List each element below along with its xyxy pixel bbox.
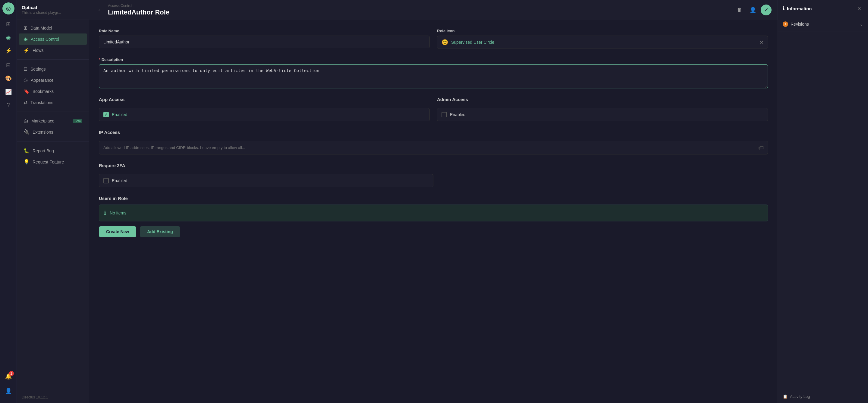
sidebar-item-request-feature-label: Request Feature: [33, 160, 64, 164]
revisions-badge: 1: [783, 22, 788, 27]
sidebar-item-access-control[interactable]: ◉ Access Control: [19, 33, 87, 45]
sidebar-item-marketplace-label: Marketplace: [31, 119, 54, 123]
admin-access-checkbox-label: Enabled: [450, 112, 465, 117]
row-access: App Access ✓ Enabled Admin Access Enable…: [99, 97, 768, 121]
notifications-icon[interactable]: 🔔 2: [2, 370, 14, 382]
ip-access-input[interactable]: [99, 141, 768, 154]
sidebar-icon-flows[interactable]: ⚡: [2, 45, 14, 57]
sidebar-item-report-bug-label: Report Bug: [33, 148, 54, 153]
users-empty-text: No items: [110, 210, 126, 215]
appearance-icon: ◎: [24, 77, 28, 83]
require-2fa-checkbox-label: Enabled: [112, 178, 127, 183]
form-area: Role Name Role Icon 😊 Supervised User Ci…: [89, 20, 778, 403]
data-model-icon: ⊞: [24, 25, 27, 31]
info-circle-icon: ℹ: [783, 6, 784, 11]
sidebar-icon-data-model[interactable]: ⊞: [2, 18, 14, 30]
role-icon-selector[interactable]: 😊 Supervised User Circle ✕: [437, 36, 768, 49]
description-input[interactable]: An author with limited permissions to on…: [99, 64, 768, 88]
activity-log-icon: 📋: [783, 394, 787, 399]
main-content: ← Access Control LimitedAuthor Role 🗑 👤 …: [89, 0, 778, 403]
close-icon: ✕: [857, 6, 861, 11]
row-ip-access: IP Access 🏷: [99, 130, 768, 154]
right-panel-title-text: Information: [787, 6, 812, 11]
admin-access-checkbox[interactable]: [441, 112, 447, 117]
icon-bar-top: ◎ ⊞ ◉ ⚡ ⊟ 🎨 📈 ?: [2, 2, 14, 370]
sidebar-icon-appearance[interactable]: 🎨: [2, 73, 14, 84]
form-group-app-access: App Access ✓ Enabled: [99, 97, 430, 121]
sidebar-item-bookmarks[interactable]: 🔖 Bookmarks: [19, 86, 87, 97]
require-2fa-checkbox[interactable]: [103, 178, 109, 183]
sidebar-item-settings[interactable]: ⊟ Settings: [19, 63, 87, 75]
back-icon: ←: [97, 7, 103, 13]
sidebar-item-extensions-label: Extensions: [33, 130, 53, 135]
form-group-role-icon: Role Icon 😊 Supervised User Circle ✕: [437, 29, 768, 49]
icon-bar: ◎ ⊞ ◉ ⚡ ⊟ 🎨 📈 ? 🔔 2 👤: [0, 0, 17, 403]
sidebar-divider-2: [17, 112, 89, 112]
add-user-button[interactable]: 👤: [747, 4, 758, 16]
role-name-input[interactable]: [99, 36, 430, 48]
sidebar-icon-analytics[interactable]: 📈: [2, 86, 14, 98]
delete-button[interactable]: 🗑: [734, 4, 745, 16]
sidebar-icon-settings[interactable]: ⊟: [2, 59, 14, 71]
header-info: Access Control LimitedAuthor Role: [108, 4, 169, 16]
sidebar-icon-help[interactable]: ?: [2, 99, 14, 111]
request-feature-icon: 💡: [24, 159, 30, 165]
project-subtitle: This is a shared playgr...: [22, 10, 84, 15]
info-icon: ℹ: [104, 210, 106, 216]
sidebar-item-marketplace[interactable]: 🗂 Marketplace Beta: [19, 116, 87, 126]
app-access-checkbox-field[interactable]: ✓ Enabled: [99, 108, 430, 121]
marketplace-beta-badge: Beta: [73, 119, 82, 123]
right-panel-close-button[interactable]: ✕: [855, 4, 863, 13]
access-control-icon: ◉: [24, 36, 28, 42]
admin-access-checkbox-field[interactable]: Enabled: [437, 108, 768, 121]
form-group-description: Description An author with limited permi…: [99, 57, 768, 88]
sidebar-item-access-control-label: Access Control: [31, 37, 59, 41]
users-actions: Create New Add Existing: [99, 226, 768, 243]
sidebar-item-flows[interactable]: ⚡ Flows: [19, 45, 87, 56]
revisions-section-header[interactable]: 1 Revisions ⌄: [778, 17, 868, 31]
sidebar-support-section: 🐛 Report Bug 💡 Request Feature: [17, 143, 89, 170]
sidebar-item-request-feature[interactable]: 💡 Request Feature: [19, 156, 87, 167]
add-existing-button[interactable]: Add Existing: [140, 226, 180, 237]
sidebar-item-translations[interactable]: ⇄ Translations: [19, 97, 87, 108]
sidebar-item-extensions[interactable]: 🔌 Extensions: [19, 126, 87, 138]
sidebar-item-appearance[interactable]: ◎ Appearance: [19, 75, 87, 86]
save-button[interactable]: ✓: [761, 4, 772, 16]
report-bug-icon: 🐛: [24, 148, 30, 153]
sidebar-settings-section: ⊟ Settings ◎ Appearance 🔖 Bookmarks ⇄ Tr…: [17, 61, 89, 110]
app-access-checkbox[interactable]: ✓: [103, 112, 109, 117]
role-icon-label: Role Icon: [437, 29, 768, 33]
icon-bar-bottom: 🔔 2 👤: [2, 370, 14, 401]
activity-log-button[interactable]: 📋 Activity Log: [778, 390, 868, 403]
sidebar-item-data-model[interactable]: ⊞ Data Model: [19, 22, 87, 33]
form-group-2fa: Require 2FA Enabled: [99, 163, 433, 187]
version-label: Directus 10.12.1: [22, 395, 48, 399]
app-access-checkbox-label: Enabled: [112, 112, 127, 117]
notification-badge: 2: [9, 371, 14, 376]
sidebar-icon-access-control[interactable]: ◉: [2, 31, 14, 44]
sidebar-divider-3: [17, 141, 89, 142]
flows-icon: ⚡: [24, 47, 30, 53]
create-new-button[interactable]: Create New: [99, 226, 136, 237]
sidebar-item-report-bug[interactable]: 🐛 Report Bug: [19, 145, 87, 156]
user-avatar-icon[interactable]: 👤: [2, 385, 14, 397]
users-empty-state: ℹ No items: [99, 204, 768, 222]
form-group-role-name: Role Name: [99, 29, 430, 49]
sidebar-extensions-section: 🗂 Marketplace Beta 🔌 Extensions: [17, 113, 89, 140]
settings-icon: ⊟: [24, 66, 27, 72]
sidebar-item-data-model-label: Data Model: [30, 26, 52, 30]
logo-icon[interactable]: ◎: [2, 2, 14, 15]
require-2fa-checkbox-field[interactable]: Enabled: [99, 174, 433, 187]
form-group-admin-access: Admin Access Enabled: [437, 97, 768, 121]
header-actions: 🗑 👤 ✓: [734, 4, 772, 16]
ip-input-wrap: 🏷: [99, 141, 768, 154]
page-title: LimitedAuthor Role: [108, 8, 169, 16]
clear-icon-button[interactable]: ✕: [760, 39, 764, 45]
sidebar-item-flows-label: Flows: [33, 48, 44, 53]
role-icon-name: Supervised User Circle: [451, 40, 756, 45]
sidebar-nav-section: ⊞ Data Model ◉ Access Control ⚡ Flows: [17, 20, 89, 58]
revisions-expand-icon: ⌄: [860, 22, 863, 27]
activity-log-label: Activity Log: [790, 394, 810, 399]
back-button[interactable]: ←: [95, 5, 105, 15]
right-panel-title: ℹ Information: [783, 6, 812, 11]
